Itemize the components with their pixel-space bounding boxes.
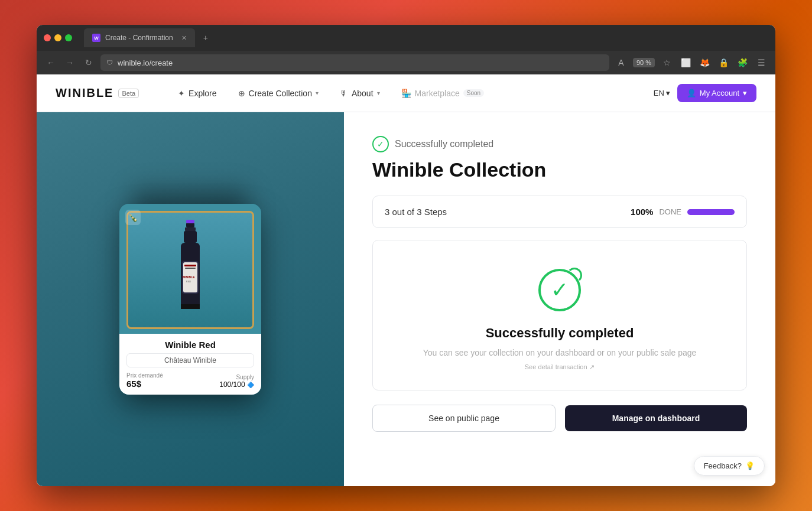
explore-label: Explore [189,89,216,98]
about-chevron-icon: ▾ [377,90,380,96]
success-check-small-icon: ✓ [372,136,389,152]
success-check-icon: ✓ [538,269,581,311]
create-icon: ⊕ [238,89,245,98]
card-image: WINIBLE RED [126,211,254,329]
marketplace-icon: 🏪 [401,89,411,98]
svg-text:WINIBLE: WINIBLE [182,275,195,279]
card-winery: Château Winible [126,353,254,367]
card-footer: Prix demandé 65$ Supply 100/100 🔷 [126,372,254,389]
lang-label: EN [654,89,664,97]
back-button[interactable]: ← [44,56,58,70]
logo-text: WINIBLE [56,86,113,100]
reload-button[interactable]: ↻ [82,56,96,70]
action-buttons: See on public page Manage on dashboard [372,405,747,432]
price-label: Prix demandé [126,372,163,379]
explore-icon: ✦ [178,89,185,98]
chevron-down-icon: ▾ [316,90,319,96]
account-icon: 👤 [687,89,696,97]
progress-bar [687,209,735,215]
my-account-button[interactable]: 👤 My Account ▾ [677,84,756,102]
pocket-icon[interactable]: ⬜ [678,56,693,70]
wine-bottle-svg: WINIBLE RED [173,220,208,320]
bookmark-icon[interactable]: ☆ [660,56,674,70]
success-description: You can see your collection on your dash… [391,348,729,357]
card-price: 65$ [126,379,163,389]
toolbar-icons: A 90 % ☆ ⬜ 🦊 🔒 🧩 ☰ [614,56,768,70]
page-content: WINIBLE Beta ✦ Explore ⊕ Create Collecti… [37,74,775,486]
svg-text:RED: RED [186,280,191,283]
address-bar[interactable]: 🛡 winible.io/create [100,54,609,71]
feedback-button[interactable]: Feedback? 💡 [694,456,765,476]
transaction-link[interactable]: See detail transaction ↗ [391,362,729,371]
svg-rect-11 [181,304,200,309]
close-dot[interactable] [44,34,51,41]
card-top: 🍾 [119,204,261,334]
nav-items: ✦ Explore ⊕ Create Collection ▾ 🎙 About … [167,74,654,112]
about-nav-item[interactable]: 🎙 About ▾ [329,74,391,112]
success-box: ✓ Successfully completed You can see you… [372,240,747,390]
new-tab-button[interactable]: + [203,33,208,43]
shield-icon[interactable]: 🔒 [716,56,730,70]
svg-rect-7 [185,268,196,269]
steps-text: 3 out of 3 Steps [385,207,447,217]
svg-rect-1 [185,227,196,231]
see-public-page-button[interactable]: See on public page [372,405,556,432]
right-panel: ✓ Successfully completed Winible Collect… [344,112,775,486]
create-collection-nav-item[interactable]: ⊕ Create Collection ▾ [228,74,329,112]
svg-rect-10 [186,220,194,223]
steps-box: 3 out of 3 Steps 100% DONE [372,196,747,228]
card-body: Winible Red Château Winible Prix demandé… [119,334,261,395]
url-text: winible.io/create [118,58,173,67]
minimize-dot[interactable] [54,34,61,41]
language-selector[interactable]: EN ▾ [654,89,670,97]
svg-rect-2 [184,231,197,243]
tab-close-button[interactable]: ✕ [181,34,187,42]
logo[interactable]: WINIBLE Beta [56,86,139,100]
create-collection-label: Create Collection [249,89,312,98]
menu-icon[interactable]: ☰ [754,56,768,70]
feedback-icon: 💡 [745,461,755,470]
steps-right: 100% DONE [631,207,735,217]
about-icon: 🎙 [340,89,348,98]
main-layout: 🍾 [37,112,775,486]
translate-icon[interactable]: A [614,56,628,70]
svg-rect-0 [186,223,194,227]
card-supply: 100/100 🔷 [219,380,254,389]
marketplace-label: Marketplace [415,89,460,98]
steps-percent: 100% [631,207,653,217]
security-icon: 🛡 [106,59,113,66]
account-chevron-icon: ▾ [743,89,747,97]
success-header: ✓ Successfully completed [372,136,747,152]
supply-icon: 🔷 [247,382,254,388]
steps-done-label: DONE [659,207,681,216]
browser-tab[interactable]: W Create - Confirmation ✕ [84,28,195,47]
metamask-icon[interactable]: 🦊 [697,56,712,70]
supply-value: 100/100 [219,380,245,389]
collection-title: Winible Collection [372,158,747,181]
about-label: About [352,89,373,98]
card-badge-icon: 🍾 [125,210,141,225]
feedback-label: Feedback? [704,461,742,470]
beta-badge: Beta [118,89,139,98]
extensions-icon[interactable]: 🧩 [735,56,749,70]
big-check-wrapper: ✓ [391,269,729,311]
tab-title: Create - Confirmation [105,34,173,42]
success-box-title: Successfully completed [391,326,729,341]
lang-chevron-icon: ▾ [666,89,670,97]
maximize-dot[interactable] [65,34,72,41]
browser-titlebar: W Create - Confirmation ✕ + [37,25,775,51]
marketplace-nav-item: 🏪 Marketplace Soon [391,74,495,112]
browser-traffic-lights [44,34,72,41]
svg-rect-6 [184,265,196,266]
card-title: Winible Red [126,340,254,350]
forward-button[interactable]: → [63,56,77,70]
tab-favicon: W [92,34,100,42]
account-label: My Account [700,89,739,97]
left-panel: 🍾 [37,112,344,486]
soon-badge: Soon [463,89,484,97]
explore-nav-item[interactable]: ✦ Explore [167,74,227,112]
nav-right: EN ▾ 👤 My Account ▾ [654,84,756,102]
manage-dashboard-button[interactable]: Manage on dashboard [565,405,747,431]
navbar: WINIBLE Beta ✦ Explore ⊕ Create Collecti… [37,74,775,112]
zoom-level: 90 % [633,58,655,67]
